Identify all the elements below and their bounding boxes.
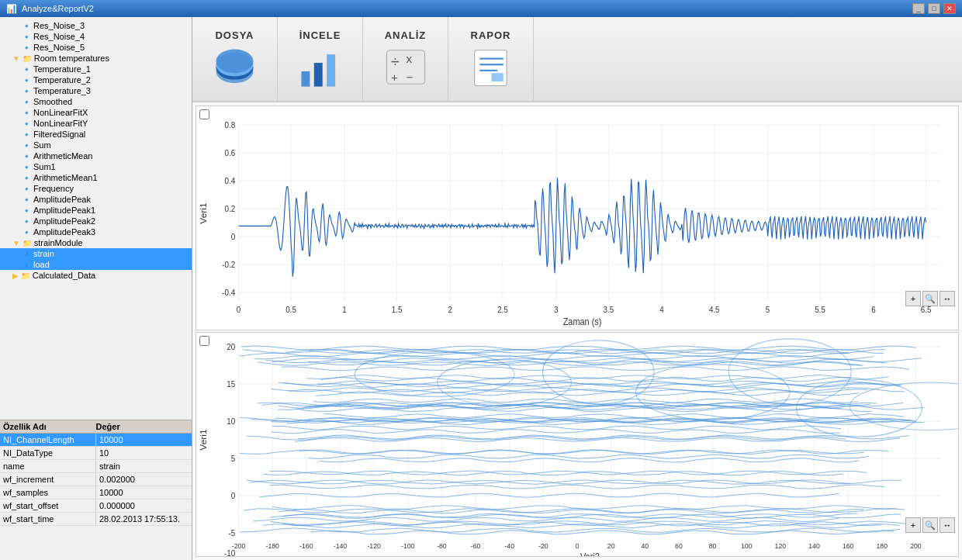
- tree-label-calculated_data: Calculated_Data: [33, 271, 95, 280]
- chart2-container: + 🔍 ↔: [196, 332, 959, 557]
- prop-value-4: 10000: [96, 486, 192, 499]
- charts-area: + 🔍 ↔: [192, 102, 962, 560]
- chart2-pan-icon[interactable]: 🔍: [922, 517, 938, 533]
- svg-text:-40: -40: [504, 542, 514, 550]
- chart1-zoom-icon[interactable]: +: [905, 291, 921, 306]
- tree-label-res_noise_4: Res_Noise_4: [33, 32, 85, 41]
- toolbar-rapor[interactable]: RAPOR: [448, 17, 534, 101]
- tree-item-sum1[interactable]: 🔹 Sum1: [0, 161, 192, 172]
- prop-row-1[interactable]: NI_DataType10: [0, 447, 192, 460]
- tree-item-temperature_3[interactable]: 🔹 Temperature_3: [0, 85, 192, 96]
- svg-text:2: 2: [448, 306, 453, 315]
- svg-text:40: 40: [641, 542, 649, 550]
- chart2-checkbox[interactable]: [199, 336, 209, 346]
- rapor-icon: [468, 46, 514, 88]
- prop-row-2[interactable]: namestrain: [0, 460, 192, 473]
- tree-item-calculated_data[interactable]: ▶ 📁 Calculated_Data: [0, 270, 192, 281]
- prop-row-3[interactable]: wf_increment0.002000: [0, 473, 192, 486]
- svg-text:0.6: 0.6: [225, 148, 236, 157]
- incele-icon: [297, 46, 344, 88]
- svg-rect-4: [301, 71, 310, 87]
- svg-text:Veri2: Veri2: [580, 551, 600, 556]
- toolbar-analiz[interactable]: ANALİZ÷x+−: [363, 17, 448, 101]
- prop-key-5: wf_start_offset: [0, 500, 96, 512]
- tree-item-amplitudepeak2[interactable]: 🔹 AmplitudePeak2: [0, 216, 192, 226]
- tree-item-temperature_1[interactable]: 🔹 Temperature_1: [0, 64, 192, 74]
- toolbar-incele[interactable]: İNCELE: [278, 17, 363, 101]
- chart2-cursor-icon[interactable]: ↔: [940, 517, 955, 533]
- tree-label-arithmeticmean1: ArithmeticMean1: [33, 173, 98, 182]
- prop-row-5[interactable]: wf_start_offset0.000000: [0, 500, 192, 513]
- toolbar-label-incele: İNCELE: [299, 29, 341, 41]
- tree-item-res_noise_3[interactable]: 🔹 Res_Noise_3: [0, 20, 192, 31]
- tree-item-load[interactable]: 🔹 load: [0, 259, 192, 270]
- maximize-button[interactable]: □: [928, 3, 940, 14]
- prop-key-0: NI_ChannelLength: [0, 434, 96, 446]
- svg-text:0: 0: [237, 306, 241, 315]
- tree-item-arithmeticmean[interactable]: 🔹 ArithmeticMean: [0, 150, 192, 161]
- svg-text:3.5: 3.5: [604, 306, 614, 315]
- svg-text:-0.4: -0.4: [222, 288, 235, 297]
- tree-label-amplitudepeak3: AmplitudePeak3: [33, 227, 95, 237]
- tree-item-amplitudepeak3[interactable]: 🔹 AmplitudePeak3: [0, 226, 192, 237]
- svg-text:1.5: 1.5: [392, 306, 403, 315]
- prop-key-1: NI_DataType: [0, 447, 96, 459]
- svg-text:−: −: [406, 71, 413, 84]
- tree-item-amplitudepeak[interactable]: 🔹 AmplitudePeak: [0, 194, 192, 205]
- prop-value-3: 0.002000: [96, 473, 192, 486]
- chart1-checkbox[interactable]: [199, 109, 209, 119]
- prop-value-5: 0.000000: [96, 500, 192, 512]
- tree-label-filteredsignal: FilteredSignal: [33, 130, 85, 139]
- tree-item-res_noise_5[interactable]: 🔹 Res_Noise_5: [0, 42, 192, 53]
- tree-item-nonlinearfitx[interactable]: 🔹 NonLinearFitX: [0, 107, 192, 118]
- chart2-tools: + 🔍 ↔: [905, 517, 955, 533]
- tree-item-amplitudepeak1[interactable]: 🔹 AmplitudePeak1: [0, 205, 192, 216]
- app-title: Analyze&ReportV2: [22, 4, 94, 13]
- svg-text:180: 180: [877, 542, 888, 550]
- chart1-cursor-icon[interactable]: ↔: [940, 291, 955, 306]
- tree-item-temperature_2[interactable]: 🔹 Temperature_2: [0, 74, 192, 85]
- tree-item-arithmeticmean1[interactable]: 🔹 ArithmeticMean1: [0, 172, 192, 183]
- minimize-button[interactable]: _: [912, 3, 925, 14]
- tree-area[interactable]: 🔹 Res_Noise_3🔹 Res_Noise_4🔹 Res_Noise_5▼…: [0, 17, 192, 420]
- svg-text:200: 200: [910, 542, 922, 550]
- prop-key-4: wf_samples: [0, 486, 96, 499]
- tree-item-nonlinearfity[interactable]: 🔹 NonLinearFitY: [0, 118, 192, 129]
- chart1-pan-icon[interactable]: 🔍: [922, 291, 938, 306]
- svg-text:-160: -160: [299, 542, 313, 550]
- svg-text:60: 60: [675, 542, 683, 550]
- tree-item-strainmodule[interactable]: ▼ 📁 strainModule: [0, 237, 192, 248]
- chart2-zoom-icon[interactable]: +: [905, 517, 921, 533]
- chart2-svg: 20 15 10 5 0 -5 -10 Veri1 -200 -180 -160: [196, 333, 958, 556]
- toolbar-dosya[interactable]: DOSYA: [192, 17, 278, 101]
- svg-text:+: +: [390, 71, 397, 84]
- close-button[interactable]: ✕: [943, 3, 956, 14]
- tree-item-room_temperatures[interactable]: ▼ 📁 Room temperatures: [0, 53, 192, 64]
- prop-row-0[interactable]: NI_ChannelLength10000: [0, 434, 192, 447]
- svg-text:20: 20: [607, 542, 615, 550]
- svg-text:-60: -60: [471, 542, 481, 550]
- main-layout: 🔹 Res_Noise_3🔹 Res_Noise_4🔹 Res_Noise_5▼…: [0, 17, 962, 560]
- svg-text:160: 160: [843, 542, 854, 550]
- tree-item-filteredsignal[interactable]: 🔹 FilteredSignal: [0, 129, 192, 140]
- tree-label-nonlinearfitx: NonLinearFitX: [33, 108, 88, 117]
- prop-row-6[interactable]: wf_start_time28.02.2013 17:55:13.: [0, 513, 192, 526]
- toolbar: DOSYAİNCELEANALİZ÷x+−RAPOR: [192, 17, 962, 102]
- svg-text:15: 15: [227, 379, 235, 389]
- svg-text:4: 4: [659, 306, 664, 315]
- tree-item-smoothed[interactable]: 🔹 Smoothed: [0, 96, 192, 107]
- prop-row-4[interactable]: wf_samples10000: [0, 486, 192, 500]
- props-col2-header: Değer: [96, 422, 189, 431]
- svg-text:140: 140: [808, 542, 820, 550]
- tree-item-sum[interactable]: 🔹 Sum: [0, 140, 192, 150]
- svg-text:5: 5: [231, 454, 236, 463]
- prop-key-3: wf_increment: [0, 473, 96, 486]
- tree-label-nonlinearfity: NonLinearFitY: [33, 119, 88, 128]
- prop-value-2: strain: [96, 460, 192, 472]
- svg-text:-0.2: -0.2: [222, 260, 235, 269]
- tree-item-strain[interactable]: 🔹 strain: [0, 248, 192, 259]
- tree-label-sum: Sum: [33, 140, 51, 150]
- tree-item-res_noise_4[interactable]: 🔹 Res_Noise_4: [0, 31, 192, 42]
- prop-key-2: name: [0, 460, 96, 472]
- tree-item-frequency[interactable]: 🔹 Frequency: [0, 183, 192, 194]
